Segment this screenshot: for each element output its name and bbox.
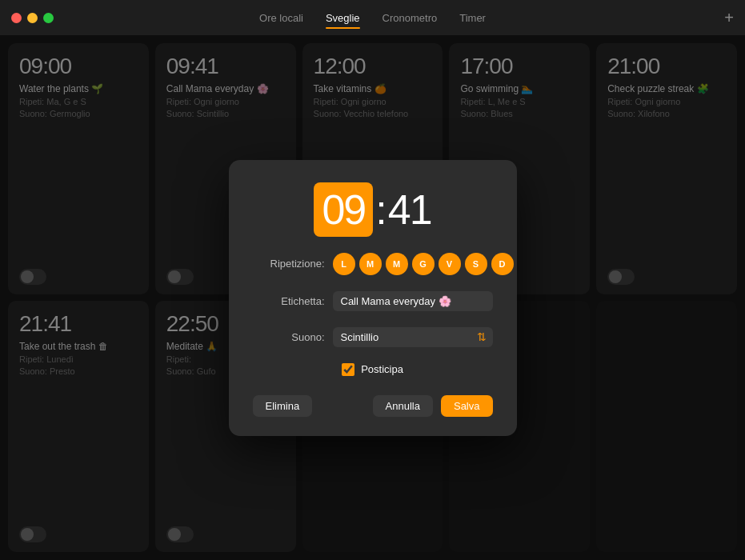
salva-button[interactable]: Salva	[441, 395, 493, 417]
fullscreen-button[interactable]	[43, 13, 54, 23]
sound-select[interactable]: Scintillio Germoglio Blues Xilofono Gufo…	[333, 327, 493, 347]
modal-time-display: 09 : 41	[253, 182, 493, 237]
elimina-button[interactable]: Elimina	[253, 395, 313, 417]
day-btn-D[interactable]: D	[491, 253, 514, 275]
sound-row: Suono: Scintillio Germoglio Blues Xilofo…	[253, 327, 493, 347]
close-button[interactable]	[11, 13, 22, 23]
posticipa-label: Posticipa	[361, 363, 403, 375]
posticipa-row: Posticipa	[253, 363, 493, 376]
nav-tabs: Ore locali Sveglie Cronometro Timer	[259, 9, 486, 27]
day-btn-S[interactable]: S	[465, 253, 487, 275]
modal-time-minutes[interactable]: 41	[388, 186, 431, 234]
label-row: Etichetta:	[253, 291, 493, 311]
alarm-edit-modal: 09 : 41 Ripetizione: L M M G V S D Etich…	[229, 160, 517, 436]
tab-timer[interactable]: Timer	[459, 9, 486, 27]
sound-select-wrapper: Scintillio Germoglio Blues Xilofono Gufo…	[333, 327, 493, 347]
day-btn-M2[interactable]: M	[386, 253, 408, 275]
tab-ore-locali[interactable]: Ore locali	[259, 9, 303, 27]
day-btn-L[interactable]: L	[333, 253, 355, 275]
day-btn-G[interactable]: G	[412, 253, 435, 275]
confirm-button-group: Annulla Salva	[373, 395, 493, 417]
tab-cronometro[interactable]: Cronometro	[383, 9, 438, 27]
traffic-lights	[11, 13, 54, 23]
day-btn-V[interactable]: V	[439, 253, 461, 275]
modal-time-hours[interactable]: 09	[314, 182, 373, 237]
tab-sveglie[interactable]: Sveglie	[326, 9, 360, 27]
label-field-label: Etichetta:	[253, 295, 325, 307]
modal-time-colon: :	[373, 186, 387, 234]
add-alarm-button[interactable]: +	[724, 10, 734, 26]
label-input[interactable]	[333, 291, 493, 311]
day-btn-M1[interactable]: M	[359, 253, 382, 275]
posticipa-checkbox[interactable]	[342, 363, 354, 376]
title-bar: Ore locali Sveglie Cronometro Timer +	[0, 0, 745, 35]
sound-field-label: Suono:	[253, 331, 325, 343]
action-buttons: Elimina Annulla Salva	[253, 395, 493, 417]
annulla-button[interactable]: Annulla	[373, 395, 433, 417]
repeat-row: Ripetizione: L M M G V S D	[253, 253, 493, 275]
modal-overlay: 09 : 41 Ripetizione: L M M G V S D Etich…	[0, 35, 745, 560]
day-buttons: L M M G V S D	[333, 253, 514, 275]
repeat-label: Ripetizione:	[253, 258, 325, 270]
minimize-button[interactable]	[27, 13, 38, 23]
